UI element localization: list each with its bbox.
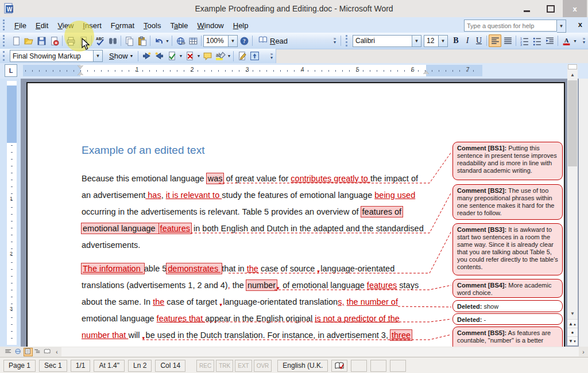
status-panel[interactable]: Col 14 bbox=[155, 360, 185, 372]
undo-dropdown-icon[interactable]: ▼ bbox=[165, 34, 170, 47]
status-panel[interactable]: 1/1 bbox=[71, 360, 91, 372]
increase-indent-icon[interactable] bbox=[543, 34, 556, 47]
comment-balloon[interactable]: Comment [BS2]: The use of too many prepo… bbox=[452, 184, 563, 220]
horizontal-ruler[interactable]: 1234567 bbox=[23, 65, 482, 76]
view-web-button[interactable] bbox=[14, 348, 23, 356]
underline-button[interactable]: U bbox=[473, 34, 485, 47]
status-mode-ovr[interactable]: OVR bbox=[254, 360, 272, 372]
track-changes-icon[interactable] bbox=[235, 50, 248, 63]
deleted-balloon[interactable]: Deleted: - bbox=[452, 313, 563, 325]
vertical-scrollbar[interactable]: ▲ ▼ ▲▲ ● ▼▼ bbox=[567, 64, 578, 345]
language-indicator[interactable]: English (U.K. bbox=[277, 360, 328, 372]
status-mode-trk[interactable]: TRK bbox=[216, 360, 233, 372]
vertical-ruler[interactable]: 123 bbox=[7, 81, 17, 345]
paragraph[interactable]: Because this emotional language was of g… bbox=[82, 170, 424, 254]
reject-change-dropdown-icon[interactable]: ▼ bbox=[196, 50, 201, 63]
menu-insert[interactable]: Insert bbox=[78, 20, 106, 32]
menu-help[interactable]: Help bbox=[229, 20, 253, 32]
new-comment-icon[interactable] bbox=[201, 50, 214, 63]
proofing-status-icon[interactable] bbox=[331, 360, 347, 372]
align-justify-icon[interactable] bbox=[501, 34, 514, 47]
select-browse-object-icon[interactable]: ● bbox=[567, 328, 578, 337]
font-color-icon[interactable]: A bbox=[560, 34, 572, 47]
font-name-combo[interactable]: Calibri▼ bbox=[353, 35, 421, 47]
scroll-right-icon[interactable]: › bbox=[579, 347, 588, 356]
first-line-indent-marker[interactable] bbox=[78, 65, 83, 69]
permission-icon[interactable] bbox=[48, 34, 60, 47]
menu-tools[interactable]: Tools bbox=[139, 20, 165, 32]
paragraph[interactable]: The information able 5demonstrates that … bbox=[82, 261, 419, 344]
menu-view[interactable]: View bbox=[53, 20, 78, 32]
comment-balloon[interactable]: Comment [BS4]: More academic word choice… bbox=[452, 279, 563, 298]
status-panel[interactable]: Sec 1 bbox=[39, 360, 67, 372]
menu-file[interactable]: File bbox=[10, 20, 31, 32]
read-mode-button[interactable]: Read bbox=[254, 34, 291, 47]
comment-balloon[interactable]: Comment [BS5]: As features are countable… bbox=[452, 327, 563, 348]
display-for-review-combo[interactable]: Final Showing Markup▼ bbox=[10, 50, 103, 62]
font-color-dropdown-icon[interactable]: ▼ bbox=[572, 34, 578, 47]
reviewing-pane-icon[interactable] bbox=[248, 50, 261, 63]
research-icon[interactable] bbox=[106, 34, 119, 47]
status-mode-ext[interactable]: EXT bbox=[235, 360, 252, 372]
zoom-level-combo[interactable]: 100%▼ bbox=[203, 35, 238, 47]
status-panel[interactable]: At 1.4" bbox=[94, 360, 125, 372]
scrollbar-thumb[interactable] bbox=[568, 80, 577, 166]
tab-stop-selector[interactable]: L bbox=[5, 64, 17, 77]
toolbar-options-chevron[interactable]: »▾ bbox=[580, 33, 588, 49]
help-icon[interactable]: ? bbox=[238, 34, 250, 47]
scroll-up-icon[interactable]: ▲ bbox=[567, 70, 578, 79]
status-mode-rec[interactable]: REC bbox=[196, 360, 214, 372]
bulleted-list-icon[interactable] bbox=[531, 34, 543, 47]
new-document-icon[interactable] bbox=[10, 34, 22, 47]
right-indent-marker[interactable] bbox=[423, 71, 429, 74]
undo-icon[interactable] bbox=[152, 34, 165, 47]
next-change-icon[interactable] bbox=[153, 50, 165, 63]
toolbar-options-chevron[interactable]: »▾ bbox=[268, 49, 276, 63]
menu-format[interactable]: Format bbox=[106, 20, 139, 32]
menu-edit[interactable]: Edit bbox=[31, 20, 53, 32]
close-button[interactable]: x bbox=[563, 0, 587, 17]
scroll-down-icon[interactable]: ▼ bbox=[567, 309, 578, 318]
menu-window[interactable]: Window bbox=[193, 20, 229, 32]
copy-icon[interactable] bbox=[123, 34, 136, 47]
show-menu-button[interactable]: Show▼ bbox=[106, 50, 136, 63]
view-normal-button[interactable] bbox=[4, 348, 13, 356]
view-reading-button[interactable] bbox=[43, 348, 52, 356]
toolbar-grip[interactable] bbox=[346, 35, 350, 46]
scroll-left-icon[interactable]: ‹ bbox=[52, 347, 61, 356]
split-box[interactable] bbox=[568, 64, 577, 69]
view-print-button[interactable] bbox=[24, 348, 33, 356]
question-help-dropdown[interactable]: ▼ bbox=[557, 20, 566, 33]
accept-change-icon[interactable] bbox=[165, 50, 178, 63]
align-left-icon[interactable] bbox=[489, 34, 501, 47]
highlight-dropdown-icon[interactable]: ▼ bbox=[226, 50, 231, 63]
print-preview-icon[interactable] bbox=[77, 34, 90, 47]
status-panel[interactable]: Page 1 bbox=[3, 360, 36, 372]
open-icon[interactable] bbox=[22, 34, 35, 47]
left-indent-marker[interactable] bbox=[78, 72, 83, 75]
insert-table-icon[interactable] bbox=[187, 34, 199, 47]
maximize-button[interactable] bbox=[539, 0, 563, 17]
comment-balloon[interactable]: Comment [BS3]: It is awkward to start tw… bbox=[452, 223, 563, 275]
toolbar-grip[interactable] bbox=[3, 35, 7, 46]
minimize-button[interactable] bbox=[514, 0, 539, 17]
document-page[interactable]: Example of an edited text Because this e… bbox=[26, 82, 565, 348]
save-icon[interactable] bbox=[35, 34, 48, 47]
reject-change-icon[interactable] bbox=[183, 50, 196, 63]
paste-icon[interactable] bbox=[136, 34, 148, 47]
spelling-icon[interactable]: ABC bbox=[94, 34, 106, 47]
font-size-combo[interactable]: 12▼ bbox=[424, 35, 448, 47]
question-help-input[interactable] bbox=[464, 20, 557, 32]
toolbar-grip[interactable] bbox=[3, 51, 7, 61]
italic-button[interactable]: I bbox=[462, 34, 473, 47]
next-page-icon[interactable]: ▼▼ bbox=[567, 336, 578, 345]
bold-button[interactable]: B bbox=[450, 34, 462, 47]
toolbar-grip[interactable] bbox=[3, 20, 7, 30]
menu-table[interactable]: Table bbox=[165, 20, 192, 32]
horizontal-scrollbar-track[interactable] bbox=[61, 347, 579, 356]
comment-balloon[interactable]: Comment [BS1]: Putting this sentence in … bbox=[452, 142, 563, 180]
numbered-list-icon[interactable]: 123 bbox=[518, 34, 531, 47]
document-close-icon[interactable]: x bbox=[578, 20, 582, 29]
view-outline-button[interactable] bbox=[33, 348, 42, 356]
hyperlink-icon[interactable] bbox=[174, 34, 187, 47]
